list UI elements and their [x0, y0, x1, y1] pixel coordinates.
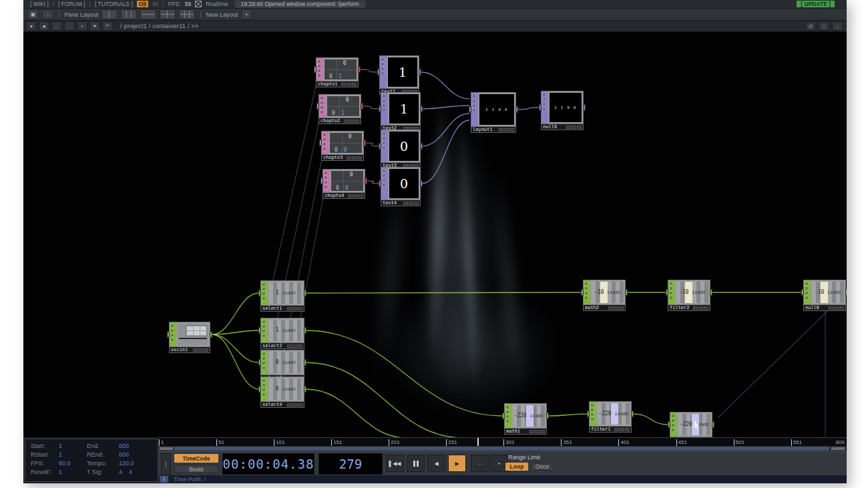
node-flags[interactable] — [804, 280, 811, 304]
node-mini-button[interactable] — [352, 156, 357, 160]
node-name-bar[interactable]: math1 — [504, 429, 547, 435]
node-mini-button[interactable] — [352, 83, 357, 86]
node-flags[interactable] — [584, 280, 590, 304]
node-output-connector[interactable] — [365, 178, 367, 184]
wiki-link[interactable]: [ WIKI ] — [30, 1, 49, 7]
node-flags[interactable] — [261, 281, 268, 305]
layout-preset-grid[interactable] — [160, 9, 176, 19]
node-filter2[interactable]: -10 isadc filter2 — [668, 280, 710, 311]
node-output-connector[interactable] — [420, 181, 423, 187]
add-layout-button[interactable]: + — [241, 9, 252, 19]
node-output-connector[interactable] — [420, 106, 423, 112]
node-flags[interactable] — [590, 402, 596, 426]
node-flags[interactable] — [668, 280, 675, 304]
node-input-connector[interactable] — [258, 387, 261, 393]
loop-button[interactable]: Loop — [505, 463, 528, 471]
node-output-connector[interactable] — [304, 387, 306, 393]
perform-mode-toggle[interactable]: O|I — [137, 1, 148, 7]
update-button[interactable]: [ UPDATE ] — [797, 1, 835, 7]
node-mini-button[interactable] — [292, 307, 297, 310]
node-name-bar[interactable]: select1 — [260, 306, 304, 312]
node-flags[interactable] — [381, 130, 388, 162]
node-input-connector[interactable] — [379, 144, 381, 150]
node-output-connector[interactable] — [419, 69, 421, 75]
forward-arrow-icon[interactable]: → — [64, 21, 75, 31]
play-reverse-button[interactable]: ◀ — [427, 455, 445, 472]
node-flags[interactable] — [319, 95, 326, 117]
node-mini-button[interactable] — [287, 344, 292, 348]
node-input-connector[interactable] — [316, 103, 319, 109]
layout-preset-hsplit[interactable] — [140, 9, 156, 19]
node-mini-button[interactable] — [619, 306, 624, 310]
node-output-connector[interactable] — [546, 413, 549, 419]
collapse-down-icon[interactable]: ↓ — [832, 21, 843, 31]
node-name-bar[interactable]: text4 — [381, 200, 421, 206]
timeline-options-button[interactable]: ❘ — [161, 453, 171, 475]
jump-to-start-button[interactable]: ▌◀◀ — [386, 455, 404, 472]
node-name-bar[interactable]: select2 — [260, 343, 304, 349]
beats-mode-button[interactable]: Beats — [174, 465, 218, 473]
node-name-bar[interactable]: chopto2 — [318, 118, 361, 124]
node-input-connector[interactable] — [502, 413, 505, 419]
node-mini-button[interactable] — [359, 194, 363, 198]
node-mini-button[interactable] — [693, 306, 698, 310]
network-editor[interactable]: 001 chopto1 001 chopto2 000 — [23, 32, 847, 437]
node-name-bar[interactable]: filter1 — [589, 427, 632, 433]
node-mini-button[interactable] — [535, 430, 539, 433]
node-mini-button[interactable] — [608, 306, 613, 310]
window-icon[interactable]: □ — [819, 21, 829, 31]
node-select4[interactable]: 0 isadc select4 — [260, 377, 304, 408]
node-output-connector[interactable] — [625, 290, 628, 296]
node-flags[interactable] — [381, 168, 388, 200]
timeline-scrollbar-right-handle[interactable] — [831, 447, 845, 451]
node-text4[interactable]: 0 text4 — [381, 167, 421, 206]
node-output-connector[interactable] — [515, 107, 518, 113]
breadcrumb[interactable]: / project1 / container11 / >> — [120, 23, 199, 29]
node-input-connector[interactable] — [581, 290, 584, 296]
node-flags[interactable] — [323, 170, 330, 192]
node-name-bar[interactable]: oscin1 — [169, 347, 210, 353]
node-output-connector[interactable] — [710, 290, 712, 296]
setting-value[interactable]: 600 — [119, 443, 129, 451]
window-placement-icon[interactable]: ▣ — [27, 9, 39, 19]
node-output-connector[interactable] — [712, 422, 714, 428]
node-mini-button[interactable] — [198, 348, 203, 352]
node-mini-button[interactable] — [834, 306, 839, 310]
node-flags[interactable] — [471, 93, 478, 126]
bookmark-drop-icon[interactable]: ↓ — [42, 9, 53, 19]
node-mini-button[interactable] — [625, 428, 630, 431]
node-text2[interactable]: 1 text2 — [381, 92, 421, 132]
timecode-mode-button[interactable]: TimeCode — [174, 454, 218, 463]
node-mini-button[interactable] — [409, 202, 413, 205]
node-mini-button[interactable] — [357, 156, 362, 160]
node-output-connector[interactable] — [304, 360, 306, 366]
once-button[interactable]: Once — [531, 463, 554, 471]
setting-value[interactable]: 4 4 — [119, 469, 132, 477]
node-null9[interactable]: 1 1 0 0 null9 — [541, 91, 584, 130]
node-name-bar[interactable]: math2 — [583, 305, 626, 311]
node-mini-button[interactable] — [292, 403, 297, 407]
node-name-bar[interactable]: chopto3 — [321, 155, 364, 161]
step-back-button[interactable]: - — [471, 455, 489, 472]
node-input-connector[interactable] — [666, 290, 668, 296]
timeline-ruler[interactable]: 600 151101151201251301351401451501551 — [158, 437, 847, 446]
node-mini-button[interactable] — [204, 348, 208, 352]
node-name-bar[interactable]: select4 — [260, 402, 304, 408]
node-layout1[interactable]: 1 1 0 0 layout1 — [471, 92, 516, 133]
stop-icon[interactable]: ■ — [39, 21, 49, 31]
node-input-connector[interactable] — [258, 328, 261, 334]
node-output-connector[interactable] — [358, 66, 361, 73]
node-null6[interactable]: -10 isadc null6 — [803, 280, 846, 311]
setting-value[interactable]: 60.0 — [59, 460, 87, 469]
node-input-connector[interactable] — [587, 411, 590, 417]
node-output-connector[interactable] — [304, 328, 306, 334]
layout-preset-single[interactable] — [101, 9, 118, 19]
node-mini-button[interactable] — [348, 194, 353, 198]
node-filter1[interactable]: -220 isadc filter1 — [589, 401, 632, 433]
node-name-bar[interactable]: null9 — [541, 124, 584, 130]
node-input-connector[interactable] — [668, 422, 670, 428]
node-output-connector[interactable] — [363, 140, 366, 146]
node-mini-button[interactable] — [287, 403, 292, 407]
parent-shortcut-icon[interactable]: ↶ — [102, 21, 113, 31]
node-input-connector[interactable] — [379, 106, 381, 112]
